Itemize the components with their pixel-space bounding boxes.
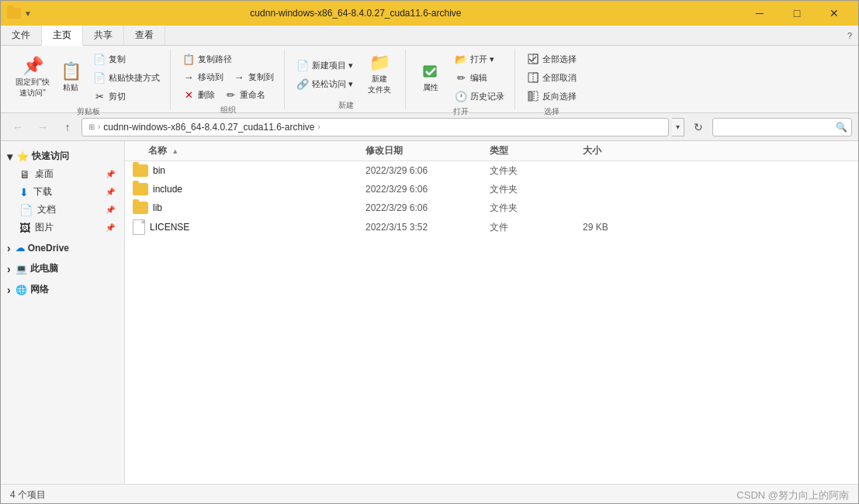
invert-selection-button[interactable]: 反向选择: [523, 88, 580, 105]
minimize-button[interactable]: ─: [742, 1, 778, 26]
ribbon-group-organize: 📋 复制路径 → 移动到 → 复制到 ✕ 删除: [172, 49, 285, 109]
ribbon-group-select: 全部选择 全部取消: [517, 49, 587, 109]
path-chevron-1: ›: [98, 123, 100, 131]
up-button[interactable]: ↑: [57, 116, 78, 138]
new-item-icon: 📄: [296, 59, 309, 71]
file-name: include: [153, 184, 182, 195]
sidebar-item-pictures[interactable]: 🖼 图片 📌: [4, 219, 121, 236]
status-bar: 4 个项目 CSDN @努力向上的阿南: [1, 484, 858, 504]
table-row[interactable]: LICENSE 2022/3/15 3:52 文件 29 KB: [125, 217, 858, 237]
title-bar: ▼ cudnn-windows-x86_64-8.4.0.27_cuda11.6…: [1, 1, 858, 26]
sidebar-header-network[interactable]: › 🌐 网络: [1, 281, 124, 299]
documents-label: 文档: [37, 203, 56, 216]
open-button[interactable]: 📂 打开 ▾: [451, 50, 508, 67]
copy-path-button[interactable]: 📋 复制路径: [178, 50, 236, 67]
main-area: ▾ ⭐ 快速访问 🖥 桌面 📌 ⬇ 下载 📌 📄 文档 📌 🖼 图片: [1, 141, 858, 484]
select-all-label: 全部选择: [542, 54, 577, 65]
ribbon-tab-share[interactable]: 共享: [83, 26, 124, 45]
properties-button[interactable]: 属性: [414, 59, 448, 96]
paste-shortcut-button[interactable]: 📄 粘贴快捷方式: [89, 69, 164, 86]
svg-rect-6: [534, 91, 538, 101]
edit-label: 编辑: [470, 72, 487, 84]
table-row[interactable]: bin 2022/3/29 6:06 文件夹: [125, 161, 858, 180]
thispc-label: 此电脑: [30, 262, 58, 275]
table-row[interactable]: lib 2022/3/29 6:06 文件夹: [125, 198, 858, 217]
search-input[interactable]: [712, 118, 852, 136]
sort-arrow: ▲: [171, 147, 178, 155]
open-label: 打开 ▾: [470, 54, 494, 65]
app-icon: [7, 8, 21, 19]
file-name: LICENSE: [150, 222, 189, 233]
back-button[interactable]: ←: [7, 116, 29, 138]
col-header-date[interactable]: 修改日期: [365, 144, 490, 157]
copy-button[interactable]: 📄 复制: [89, 50, 164, 67]
paste-shortcut-label: 粘贴快捷方式: [109, 72, 160, 84]
sidebar-header-quickaccess[interactable]: ▾ ⭐ 快速访问: [1, 147, 124, 165]
rename-button[interactable]: ✏ 重命名: [220, 86, 269, 103]
item-count: 4 个项目: [10, 488, 46, 502]
properties-icon: [421, 62, 440, 81]
new-folder-label: 新建: [372, 74, 387, 85]
move-to-button[interactable]: → 移动到: [178, 68, 227, 85]
network-icon: 🌐: [16, 285, 27, 295]
address-path[interactable]: ⊞ › cudnn-windows-x86_64-8.4.0.27_cuda11…: [81, 118, 669, 136]
new-folder-button[interactable]: 📁 新建 文件夹: [360, 50, 399, 98]
address-dropdown[interactable]: ▾: [672, 118, 684, 136]
copy-to-label: 复制到: [248, 71, 274, 83]
sidebar-section-quickaccess: ▾ ⭐ 快速访问 🖥 桌面 📌 ⬇ 下载 📌 📄 文档 📌 🖼 图片: [1, 147, 124, 236]
desktop-pin: 📌: [106, 170, 115, 178]
col-header-size[interactable]: 大小: [583, 144, 660, 157]
sidebar-section-onedrive: › ☁ OneDrive: [1, 240, 124, 257]
ribbon-content: 📌 固定到"快 速访问" 📋 粘贴 📄 复制 📄: [1, 46, 858, 112]
ribbon-tab-home[interactable]: 主页: [42, 26, 83, 46]
file-name-cell: bin: [125, 164, 365, 177]
maximize-button[interactable]: □: [779, 1, 815, 26]
file-date: 2022/3/29 6:06: [365, 184, 490, 195]
downloads-icon: ⬇: [19, 186, 29, 198]
new-item-button[interactable]: 📄 新建项目 ▾: [293, 57, 357, 74]
ribbon-tab-view[interactable]: 查看: [124, 26, 165, 45]
history-label: 历史记录: [470, 91, 504, 102]
select-all-button[interactable]: 全部选择: [523, 50, 580, 67]
col-header-name[interactable]: 名称 ▲: [125, 144, 365, 157]
new-item-label: 新建项目 ▾: [312, 60, 353, 71]
sidebar-header-onedrive[interactable]: › ☁ OneDrive: [1, 240, 124, 257]
sidebar-item-documents[interactable]: 📄 文档 📌: [4, 201, 121, 219]
copy-label: 复制: [109, 54, 126, 65]
sidebar-header-thispc[interactable]: › 💻 此电脑: [1, 260, 124, 278]
col-header-type[interactable]: 类型: [490, 144, 583, 157]
window-controls: ─ □ ✕: [742, 1, 852, 26]
history-button[interactable]: 🕐 历史记录: [451, 88, 508, 105]
table-row[interactable]: include 2022/3/29 6:06 文件夹: [125, 180, 858, 198]
deselect-all-button[interactable]: 全部取消: [523, 69, 580, 86]
search-wrapper: 🔍: [712, 118, 852, 136]
cut-button[interactable]: ✂ 剪切: [89, 88, 164, 105]
delete-button[interactable]: ✕ 删除: [178, 86, 219, 103]
edit-button[interactable]: ✏ 编辑: [451, 69, 508, 86]
close-button[interactable]: ✕: [816, 1, 852, 26]
paste-button[interactable]: 📋 粘贴: [54, 60, 88, 95]
pin-to-quickaccess-button[interactable]: 📌 固定到"快 速访问": [13, 54, 52, 101]
edit-icon: ✏: [455, 71, 467, 84]
thispc-arrow: ›: [7, 263, 11, 275]
paste-label: 粘贴: [63, 82, 78, 93]
organize-group-label: 组织: [220, 105, 236, 116]
ribbon-help-icon[interactable]: ?: [847, 31, 852, 40]
sidebar-section-thispc: › 💻 此电脑: [1, 260, 124, 278]
forward-button[interactable]: →: [32, 116, 54, 138]
ribbon-tab-file[interactable]: 文件: [1, 26, 42, 45]
easy-access-button[interactable]: 🔗 轻松访问 ▾: [293, 75, 357, 92]
file-type: 文件夹: [490, 164, 583, 178]
pin-label2: 速访问": [19, 88, 46, 98]
delete-label: 删除: [198, 89, 215, 101]
cut-label: 剪切: [109, 91, 126, 102]
downloads-label: 下载: [33, 185, 52, 198]
refresh-button[interactable]: ↻: [688, 116, 709, 138]
sidebar-item-desktop[interactable]: 🖥 桌面 📌: [4, 165, 121, 183]
copy-to-button[interactable]: → 复制到: [229, 68, 278, 85]
paste-shortcut-icon: 📄: [93, 71, 106, 84]
sidebar-section-network: › 🌐 网络: [1, 281, 124, 299]
sidebar-item-downloads[interactable]: ⬇ 下载 📌: [4, 183, 121, 201]
desktop-label: 桌面: [35, 167, 54, 181]
file-date: 2022/3/29 6:06: [365, 202, 490, 213]
